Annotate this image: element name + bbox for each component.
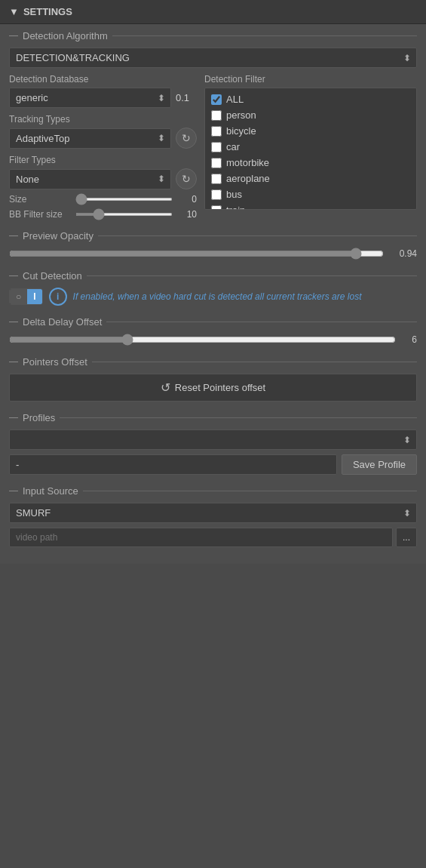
filter-item-motorbike[interactable]: motorbike [205, 155, 416, 171]
cut-toggle-row: ○ I i If enabled, when a video hard cut … [9, 288, 417, 306]
bb-filter-slider-row: BB Filter size 10 [9, 209, 197, 220]
filter-label-all: ALL [226, 94, 244, 105]
algorithm-select-wrapper[interactable]: DETECTION&TRACKING DETECTION TRACKING [9, 48, 417, 68]
filter-item-all[interactable]: ALL [205, 91, 416, 107]
filter-label-train: train [226, 205, 245, 209]
filter-label-person: person [226, 109, 256, 121]
toggle-on-btn[interactable]: I [27, 289, 41, 304]
filter-item-bus[interactable]: bus [205, 186, 416, 202]
cut-toggle-switch[interactable]: ○ I [9, 288, 43, 305]
tracking-select[interactable]: AdaptiveTop KCF CSRT [9, 128, 171, 149]
detection-db-label: Detection Database [9, 74, 197, 85]
profile-name-row: Save Profile [9, 454, 417, 475]
reset-btn-label: Reset Pointers offset [175, 382, 265, 393]
filter-item-person[interactable]: person [205, 107, 416, 123]
detection-algorithm-title: Detection Algorithm [9, 30, 417, 42]
filter-types-row: None Custom ↻ [9, 168, 197, 189]
db-filter-columns: Detection Database generic custom 0.1 Tr… [9, 74, 417, 220]
profiles-title: Profiles [9, 412, 417, 423]
toggle-off-icon: ○ [16, 291, 21, 302]
browse-label: ... [403, 532, 410, 543]
filter-select[interactable]: None Custom [9, 169, 171, 189]
preview-opacity-section: Preview Opacity 0.94 [9, 230, 417, 260]
filter-checkbox-all[interactable] [211, 94, 222, 105]
bb-filter-slider[interactable] [75, 213, 173, 216]
pointers-offset-section: Pointers Offset ↺ Reset Pointers offset [9, 356, 417, 402]
filter-types-label: Filter Types [9, 155, 197, 165]
save-profile-btn[interactable]: Save Profile [342, 454, 417, 475]
tracking-refresh-btn[interactable]: ↻ [176, 128, 197, 149]
settings-arrow: ▼ [9, 6, 19, 17]
input-source-section: Input Source SMURF File Stream ... [9, 485, 417, 547]
algorithm-select[interactable]: DETECTION&TRACKING DETECTION TRACKING [9, 48, 417, 68]
source-select-row: SMURF File Stream [9, 503, 417, 523]
bb-filter-label: BB Filter size [9, 209, 69, 220]
right-column: Detection Filter ALL person [204, 74, 417, 220]
filter-item-car[interactable]: car [205, 139, 416, 155]
tracking-row: AdaptiveTop KCF CSRT ↻ [9, 128, 197, 149]
reset-icon: ↺ [161, 380, 170, 395]
db-row: generic custom 0.1 [9, 88, 197, 108]
browse-btn[interactable]: ... [396, 528, 417, 547]
tracking-types-label: Tracking Types [9, 114, 197, 125]
filter-label-car: car [226, 141, 240, 152]
preview-slider-row: 0.94 [9, 248, 417, 260]
filter-list: ALL person bicycle car [205, 88, 416, 209]
delta-slider-row: 6 [9, 334, 417, 346]
settings-title: SETTINGS [23, 6, 72, 17]
tracking-select-wrapper[interactable]: AdaptiveTop KCF CSRT [9, 128, 171, 149]
filter-refresh-btn[interactable]: ↻ [176, 168, 197, 189]
video-path-row: ... [9, 528, 417, 547]
detection-algorithm-section: Detection Algorithm DETECTION&TRACKING D… [9, 30, 417, 220]
filter-checkbox-person[interactable] [211, 110, 222, 121]
delta-delay-section: Delta Delay Offset 6 [9, 316, 417, 346]
size-slider[interactable] [75, 198, 173, 201]
cut-info-btn[interactable]: i [49, 288, 67, 306]
size-slider-row: Size 0 [9, 194, 197, 205]
cut-detection-title: Cut Detection [9, 270, 417, 282]
db-select-wrapper[interactable]: generic custom [9, 88, 171, 108]
db-select[interactable]: generic custom [9, 88, 171, 108]
filter-label-motorbike: motorbike [226, 157, 269, 168]
profiles-select[interactable] [9, 429, 417, 450]
filter-checkbox-motorbike[interactable] [211, 158, 222, 168]
detection-filter-label: Detection Filter [204, 74, 417, 85]
filter-checkbox-train[interactable] [211, 205, 222, 210]
toggle-off-btn[interactable]: ○ [10, 289, 27, 304]
filter-item-aeroplane[interactable]: aeroplane [205, 171, 416, 186]
preview-opacity-slider[interactable] [9, 248, 384, 260]
preview-opacity-value: 0.94 [390, 248, 417, 259]
filter-checkbox-aeroplane[interactable] [211, 174, 222, 184]
main-content: Detection Algorithm DETECTION&TRACKING D… [0, 24, 426, 564]
settings-header: ▼ SETTINGS [0, 0, 426, 24]
filter-checkbox-bicycle[interactable] [211, 126, 222, 137]
filter-select-wrapper[interactable]: None Custom [9, 169, 171, 189]
delta-delay-title: Delta Delay Offset [9, 316, 417, 328]
filter-checkbox-car[interactable] [211, 142, 222, 152]
left-column: Detection Database generic custom 0.1 Tr… [9, 74, 197, 220]
filter-item-train[interactable]: train [205, 202, 416, 209]
toggle-on-icon: I [33, 291, 35, 302]
source-select-wrapper[interactable]: SMURF File Stream [9, 503, 417, 523]
filter-label-aeroplane: aeroplane [226, 173, 270, 184]
pointers-offset-title: Pointers Offset [9, 356, 417, 368]
size-label: Size [9, 194, 69, 205]
filter-item-bicycle[interactable]: bicycle [205, 123, 416, 139]
filter-checkbox-bus[interactable] [211, 189, 222, 200]
input-source-title: Input Source [9, 485, 417, 497]
filter-label-bus: bus [226, 189, 242, 200]
filter-label-bicycle: bicycle [226, 125, 256, 137]
cut-detection-section: Cut Detection ○ I i If enabled, when a v… [9, 270, 417, 306]
source-select[interactable]: SMURF File Stream [9, 503, 417, 523]
delta-delay-slider[interactable] [9, 334, 396, 346]
profiles-section: Profiles Save Profile [9, 412, 417, 475]
detection-filter-box: ALL person bicycle car [204, 88, 417, 210]
reset-pointers-btn[interactable]: ↺ Reset Pointers offset [9, 374, 417, 402]
profile-name-input[interactable] [9, 454, 337, 475]
size-value: 0 [179, 194, 197, 205]
delta-delay-value: 6 [402, 334, 417, 345]
save-profile-label: Save Profile [353, 459, 406, 470]
profiles-select-wrapper[interactable] [9, 429, 417, 450]
video-path-input[interactable] [9, 528, 393, 547]
db-number: 0.1 [176, 92, 197, 103]
